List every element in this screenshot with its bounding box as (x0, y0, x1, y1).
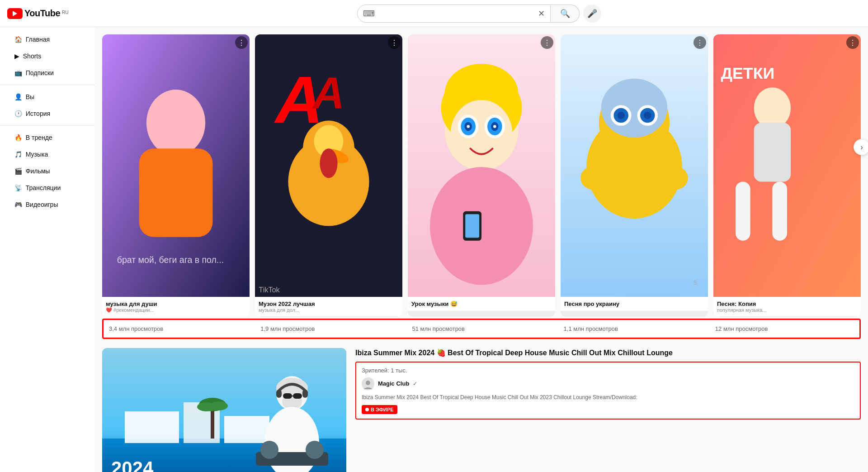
short-info-5: Песня: Копия популярная музыка... (713, 297, 861, 316)
svg-rect-46 (772, 182, 787, 241)
sidebar-item-you[interactable]: 👤 Вы (4, 89, 91, 105)
svg-text:A: A (312, 68, 345, 118)
live-viewers: Зрителей: 1 тыс. (362, 367, 854, 374)
short-thumb-3 (408, 34, 555, 297)
short-thumb-illustration-1: брат мой, беги ага в пол... (102, 34, 250, 297)
movies-icon: 🎬 (14, 167, 26, 175)
live-dot (365, 408, 369, 411)
sidebar-item-music[interactable]: 🎵 Музыка (4, 146, 91, 162)
verified-icon: ✓ (413, 381, 417, 387)
search-input[interactable] (378, 10, 538, 18)
sidebar-item-shorts[interactable]: ▶ Shorts (4, 48, 91, 64)
sidebar-divider-2 (0, 125, 95, 126)
svg-text:ДЕТКИ: ДЕТКИ (721, 64, 774, 82)
sidebar-item-label-subscriptions: Подписки (26, 69, 54, 76)
svg-text:2024: 2024 (111, 458, 154, 472)
svg-point-56 (210, 401, 228, 410)
main-content: брат мой, беги ага в пол... музыка для д… (95, 27, 868, 472)
sidebar-item-label-gaming: Видеоигры (26, 201, 58, 208)
views-item-4: 1,1 млн просмотров (560, 324, 706, 334)
svg-point-1 (146, 90, 205, 156)
you-icon: 👤 (14, 93, 26, 100)
sidebar-item-history[interactable]: 🕐 История (4, 105, 91, 122)
more-options-button-4[interactable]: ⋮ (693, 36, 706, 49)
live-badge[interactable]: В ЭФИРЕ (362, 405, 397, 414)
live-thumbnail[interactable]: 2024 (102, 348, 346, 472)
short-thumb-illustration-5: ДЕТКИ (713, 34, 861, 297)
svg-text:TikTok: TikTok (259, 286, 280, 294)
live-description: Ibiza Summer Mix 2024 Best Of Tropical D… (362, 394, 854, 401)
youtube-logo-icon (7, 8, 23, 19)
channel-name: Magic Club (378, 380, 409, 387)
live-info: Ibiza Summer Mix 2024 🍓 Best Of Tropical… (355, 348, 861, 472)
music-icon: 🎵 (14, 151, 26, 158)
sidebar-item-subscriptions[interactable]: 📺 Подписки (4, 65, 91, 81)
short-title-3: Урок музыки 😅 (411, 300, 552, 307)
svg-rect-44 (754, 123, 791, 181)
svg-point-39 (580, 166, 607, 190)
short-card-2[interactable]: A A TikTok Музон 2022 лучшая музыка (255, 34, 402, 317)
views-highlight-row: 3,4 млн просмотров 1,9 млн просмотров 51… (102, 319, 861, 339)
more-options-button-3[interactable]: ⋮ (541, 36, 553, 49)
svg-text:S: S (693, 279, 697, 286)
svg-rect-28 (465, 214, 479, 238)
youtube-logo[interactable]: YouTube RU (7, 8, 69, 19)
svg-text:брат мой, беги ага в пол...: брат мой, беги ага в пол... (117, 255, 224, 265)
more-options-button-2[interactable]: ⋮ (388, 36, 401, 49)
gaming-icon: 🎮 (14, 201, 26, 208)
views-item-1: 3,4 млн просмотров (105, 324, 251, 334)
svg-point-17 (451, 100, 513, 168)
short-thumb-illustration-3 (408, 34, 555, 297)
sidebar-item-label-live: Трансляции (26, 184, 61, 191)
sidebar-item-live[interactable]: 📡 Трансляции (4, 180, 91, 196)
mic-button[interactable]: 🎤 (583, 5, 601, 23)
youtube-logo-ru: RU (62, 10, 68, 15)
views-item-3: 51 млн просмотров (408, 324, 554, 334)
short-card-3[interactable]: Урок музыки 😅 ⋮ (408, 34, 555, 317)
live-icon: 📡 (14, 184, 26, 191)
sidebar-item-label-trending: В тренде (26, 134, 52, 141)
youtube-logo-text: YouTube (24, 8, 60, 19)
sidebar-item-label-you: Вы (26, 93, 34, 100)
shorts-row: брат мой, беги ага в пол... музыка для д… (102, 34, 861, 317)
svg-point-21 (467, 125, 470, 128)
sidebar-item-home[interactable]: 🏠 Главная (4, 31, 91, 48)
sidebar: 🏠 Главная ▶ Shorts 📺 Подписки 👤 Вы 🕐 Ист… (0, 27, 95, 472)
live-title: Ibiza Summer Mix 2024 🍓 Best Of Tropical… (355, 348, 861, 358)
search-bar: ⌨ ✕ 🔍 🎤 (357, 5, 601, 23)
svg-point-38 (644, 112, 651, 119)
live-badge-text: В ЭФИРЕ (371, 407, 394, 412)
svg-rect-50 (125, 411, 179, 443)
short-thumb-illustration-2: A A TikTok (255, 34, 402, 297)
more-options-button-5[interactable]: ⋮ (846, 36, 859, 49)
sidebar-item-gaming[interactable]: 🎮 Видеоигры (4, 196, 91, 213)
short-title-2: Музон 2022 лучшая (259, 300, 399, 307)
sidebar-item-label-shorts: Shorts (23, 52, 41, 60)
svg-rect-53 (211, 407, 214, 439)
sidebar-item-movies[interactable]: 🎬 Фильмы (4, 163, 91, 179)
search-button[interactable]: 🔍 (551, 5, 580, 23)
close-icon[interactable]: ✕ (538, 9, 545, 19)
short-card-1[interactable]: брат мой, беги ага в пол... музыка для д… (102, 34, 250, 317)
short-thumb-2: A A TikTok (255, 34, 402, 297)
more-options-button-1[interactable]: ⋮ (235, 36, 248, 49)
svg-point-71 (366, 381, 370, 385)
short-card-5[interactable]: ДЕТКИ Песня: Копия популярная музыка... … (713, 34, 861, 317)
header: YouTube RU ⌨ ✕ 🔍 🎤 (0, 0, 868, 27)
svg-point-43 (754, 87, 791, 129)
short-thumb-5: ДЕТКИ (713, 34, 861, 297)
views-item-2: 1,9 млн просмотров (257, 324, 403, 334)
next-arrow-button[interactable]: › (854, 139, 868, 155)
short-card-4[interactable]: S Песня про украину ⋮ (561, 34, 708, 317)
svg-point-25 (493, 125, 496, 128)
sidebar-item-label-home: Главная (26, 36, 50, 43)
short-title-4: Песня про украину (564, 300, 704, 307)
svg-rect-45 (736, 182, 750, 241)
short-title-5: Песня: Копия (717, 300, 857, 307)
svg-rect-2 (139, 148, 213, 237)
keyboard-icon[interactable]: ⌨ (363, 9, 375, 19)
sidebar-item-trending[interactable]: 🔥 В тренде (4, 129, 91, 146)
short-info-2: Музон 2022 лучшая музыка для дол... (255, 297, 402, 316)
logo-area: YouTube RU (7, 8, 98, 19)
live-thumb-svg: 2024 (102, 348, 346, 472)
